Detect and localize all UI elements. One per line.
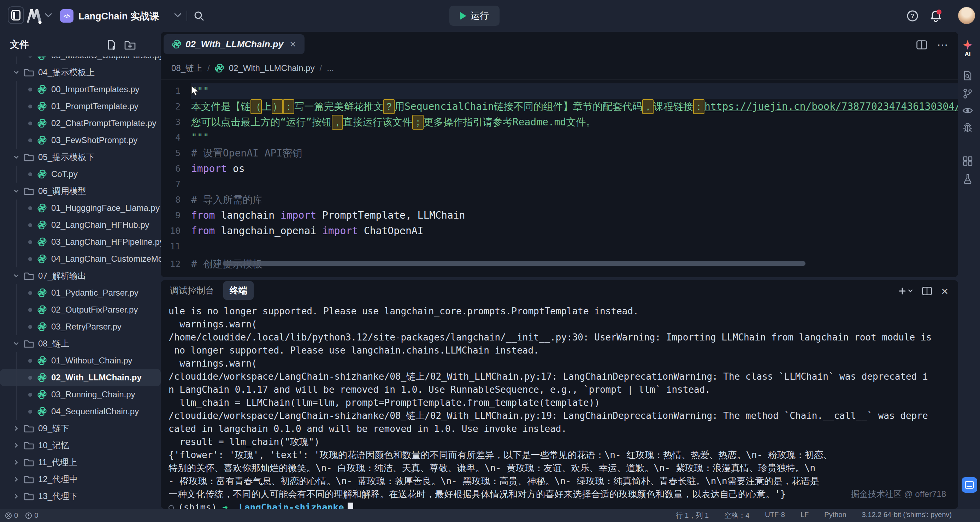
- code-link[interactable]: https://juejin.cn/book/73877023474361303…: [705, 101, 958, 112]
- status-item[interactable]: 空格：4: [724, 511, 749, 520]
- code-token: 更多操作指引请参考Readme.md文件。: [423, 116, 596, 128]
- tree-folder-row[interactable]: 05_提示模板下: [0, 149, 161, 166]
- tree-folder-row[interactable]: 13_代理下: [0, 488, 161, 505]
- status-item[interactable]: 3.12.2 64-bit ('shims': pyenv): [862, 511, 952, 520]
- file-name: 04_LangChain_CustomizeMod...: [51, 254, 161, 264]
- file-status-dot: [28, 376, 32, 380]
- tree-file-row[interactable]: 04_LangChain_CustomizeMod...: [0, 251, 161, 267]
- play-icon: [460, 12, 466, 20]
- tab-close-icon[interactable]: ×: [290, 39, 296, 49]
- test-flask-icon[interactable]: [963, 174, 972, 184]
- code-token: 课程链接: [654, 101, 693, 112]
- close-panel-icon[interactable]: ×: [941, 285, 948, 297]
- status-item[interactable]: LF: [800, 511, 809, 520]
- tree-file-row[interactable]: 02_With_LLMChain.py: [0, 369, 161, 386]
- terminal-line: ule is no longer supported. Please use l…: [169, 305, 955, 318]
- file-search-icon[interactable]: [963, 71, 972, 81]
- chevron-right-icon[interactable]: [13, 442, 20, 449]
- marscode-logo[interactable]: [25, 8, 43, 24]
- extensions-grid-icon[interactable]: [963, 156, 972, 166]
- chevron-right-icon[interactable]: [13, 459, 20, 466]
- tree-folder-row[interactable]: 04_提示模板上: [0, 64, 161, 81]
- tree-file-row[interactable]: 00_ImportTemplates.py: [0, 81, 161, 98]
- line-number: 7: [161, 176, 181, 192]
- indent-guide: [16, 200, 17, 216]
- tree-folder-row[interactable]: 12_代理中: [0, 471, 161, 488]
- horizontal-scrollbar[interactable]: [223, 261, 805, 266]
- python-file-icon: [37, 305, 47, 314]
- chevron-down-icon[interactable]: [13, 154, 20, 161]
- code-area[interactable]: 1"""2本文件是【链（上）：写一篇完美鲜花推文？用SequencialChai…: [161, 83, 958, 277]
- tree-file-row[interactable]: 01_HugggingFace_Llama.py: [0, 200, 161, 216]
- code-line: 9from langchain import PromptTemplate, L…: [161, 208, 958, 223]
- more-actions-icon[interactable]: ⋯: [937, 38, 949, 52]
- status-item[interactable]: Python: [824, 511, 846, 520]
- new-terminal-icon[interactable]: [898, 287, 913, 295]
- notifications-bell-icon[interactable]: [929, 9, 943, 22]
- errors-icon[interactable]: 0: [5, 511, 18, 519]
- tree-file-row[interactable]: 01_Pydantic_Parser.py: [0, 284, 161, 301]
- tree-file-row[interactable]: 02_LangChain_HFHub.py: [0, 216, 161, 233]
- new-file-icon[interactable]: [106, 40, 116, 50]
- tree-file-row[interactable]: 02_OutputFixParser.py: [0, 301, 161, 318]
- breadcrumb-file[interactable]: 02_With_LLMChain.py: [229, 63, 315, 73]
- code-token: ：: [283, 99, 294, 114]
- warnings-icon[interactable]: 0: [25, 511, 38, 519]
- split-editor-icon[interactable]: [916, 40, 927, 49]
- code-token: 直接运行该文件: [343, 116, 412, 128]
- code-line: 8# 导入所需的库: [161, 192, 958, 208]
- tree-file-row[interactable]: 02_ChatPromptTemplate.py: [0, 115, 161, 132]
- project-chevron-down-icon[interactable]: [174, 13, 181, 17]
- tree-file-row[interactable]: 03_LangChain_HFPipeline.py: [0, 233, 161, 251]
- debug-bug-icon[interactable]: [963, 122, 972, 133]
- project-title[interactable]: LangChain 实战课: [78, 10, 159, 22]
- logo-chevron-down-icon[interactable]: [45, 13, 52, 17]
- eye-icon[interactable]: [963, 107, 973, 114]
- terminal-prompt[interactable]: (shims) ➜ LangChain-shizhanke: [169, 501, 955, 509]
- tree-folder-row[interactable]: 11_代理上: [0, 454, 161, 471]
- sidebar-toggle-button[interactable]: [8, 6, 24, 24]
- chevron-right-icon[interactable]: [13, 476, 20, 483]
- tree-file-row[interactable]: CoT.py: [0, 166, 161, 182]
- editor-tab-active[interactable]: 02_With_LLMChain.py ×: [164, 34, 304, 54]
- file-status-dot: [28, 257, 32, 261]
- search-icon[interactable]: [194, 11, 204, 21]
- new-folder-icon[interactable]: [124, 40, 136, 50]
- folder-icon: [24, 340, 34, 348]
- tree-folder-row[interactable]: 07_解析输出: [0, 267, 161, 284]
- chevron-right-icon[interactable]: [13, 493, 20, 500]
- tree-folder-row[interactable]: 08_链上: [0, 335, 161, 352]
- folder-name: 08_链上: [38, 338, 69, 349]
- user-avatar[interactable]: [958, 7, 975, 24]
- virtual-keyboard-button[interactable]: [962, 477, 977, 493]
- chevron-down-icon[interactable]: [13, 340, 20, 347]
- breadcrumb-folder[interactable]: 08_链上: [171, 62, 202, 74]
- chevron-right-icon[interactable]: [13, 425, 20, 432]
- tree-file-row[interactable]: 04_SequentialChain.py: [0, 403, 161, 420]
- chevron-down-icon[interactable]: [13, 272, 20, 279]
- git-branch-icon[interactable]: [963, 88, 972, 99]
- split-terminal-icon[interactable]: [922, 286, 932, 296]
- status-item[interactable]: UTF-8: [765, 511, 785, 520]
- tree-file-row[interactable]: 03_RetryParser.py: [0, 318, 161, 335]
- tab-debug-console[interactable]: 调试控制台: [170, 285, 214, 296]
- chevron-down-icon[interactable]: [13, 69, 20, 76]
- tree-file-row[interactable]: 01_PromptTemplate.py: [0, 98, 161, 115]
- tree-folder-row[interactable]: 10_记忆: [0, 437, 161, 454]
- tab-terminal[interactable]: 终端: [223, 281, 254, 300]
- run-button[interactable]: 运行: [449, 6, 500, 26]
- tree-file-row[interactable]: 03_ModelIO_OutputParser.py: [0, 57, 161, 64]
- terminal-output[interactable]: ule is no longer supported. Please use l…: [169, 305, 955, 509]
- tree-file-row[interactable]: 01_Without_Chain.py: [0, 352, 161, 369]
- folder-name: 06_调用模型: [38, 186, 86, 197]
- tree-folder-row[interactable]: 09_链下: [0, 420, 161, 437]
- status-item[interactable]: 行 1，列 1: [676, 511, 709, 520]
- help-icon[interactable]: ?: [907, 10, 918, 22]
- breadcrumb-more[interactable]: ...: [327, 63, 334, 73]
- tree-file-row[interactable]: 03_Running_Chain.py: [0, 386, 161, 403]
- chevron-down-icon[interactable]: [13, 187, 20, 195]
- tree-file-row[interactable]: 03_FewShotPrompt.py: [0, 132, 161, 149]
- tree-folder-row[interactable]: 06_调用模型: [0, 182, 161, 200]
- prompt-arrow: ➜: [222, 501, 228, 509]
- ai-assistant-button[interactable]: AI: [958, 40, 977, 58]
